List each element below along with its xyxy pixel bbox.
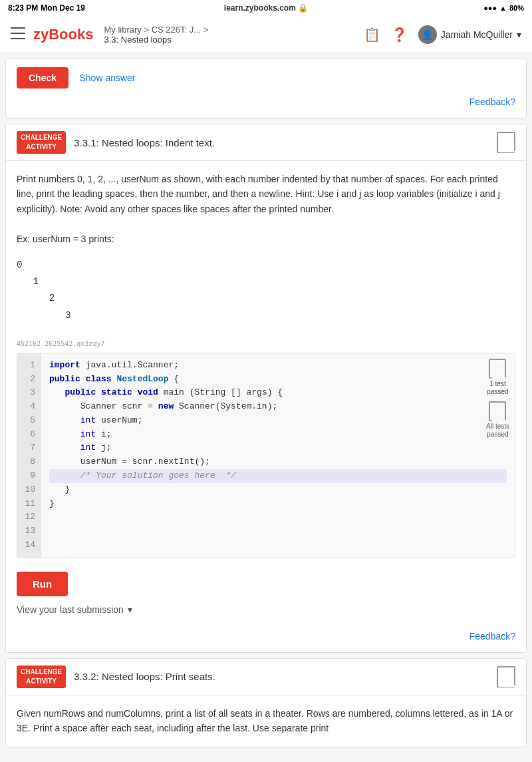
submission-link[interactable]: View your last submission ▾ [6, 604, 526, 623]
challenge1-feedback-area: Feedback? [6, 631, 526, 652]
test-indicators: 1 testpassed All testspassed [486, 359, 509, 439]
zybooks-logo: zyBooks [33, 26, 93, 43]
code-editor-inner: 1 2 3 4 5 6 7 8 9 10 11 12 13 14 import … [17, 353, 515, 558]
breadcrumb-bottom: 3.3: Nested loops [104, 35, 363, 45]
activity-id: 452162.2625542.qx3zqy7 [6, 340, 526, 347]
bookmark-icon-2[interactable] [497, 666, 515, 687]
url-display: learn.zybooks.com 🔒 [224, 3, 308, 13]
book-icon[interactable]: 📋 [364, 27, 380, 43]
user-info[interactable]: 👤 Jamiah McQuiller ▾ [418, 25, 521, 44]
lock-icon: 🔒 [298, 3, 308, 13]
code-line-5: int userNum; [49, 414, 507, 428]
code-line-4: Scanner scnr = new Scanner(System.in); [49, 400, 507, 414]
example-line-3: 3 [49, 307, 515, 324]
code-lines[interactable]: import java.util.Scanner; public class N… [41, 353, 515, 558]
challenge-description-1: Print numbers 0, 1, 2, ..., userNum as s… [17, 172, 515, 246]
chevron-down-icon: ▾ [517, 29, 521, 40]
challenge-card-1: CHALLENGE ACTIVITY 3.3.1: Nested loops: … [5, 124, 527, 653]
code-line-14: } [49, 497, 507, 511]
svg-rect-1 [11, 33, 25, 34]
show-answer-button[interactable]: Show answer [79, 73, 135, 83]
code-line-9: userNum = scnr.nextInt(); [49, 455, 507, 469]
battery-display: 80% [509, 4, 524, 12]
status-bar-right: ●●● ▲ 80% [483, 4, 524, 12]
code-line-11: /* Your solution goes here */ [49, 469, 507, 483]
test-label-1: 1 testpassed [487, 380, 508, 396]
challenge1-feedback-link[interactable]: Feedback? [469, 631, 515, 642]
bookmark-icon-1[interactable] [497, 132, 515, 153]
top-partial-card: Check Show answer Feedback? [5, 59, 527, 118]
breadcrumb: My library > CS 226T: J... > 3.3: Nested… [104, 25, 363, 45]
test-label-2: All testspassed [486, 423, 509, 439]
svg-rect-0 [11, 27, 25, 29]
help-icon[interactable]: ❓ [391, 27, 408, 43]
challenge-badge-1: CHALLENGE ACTIVITY [17, 131, 66, 154]
breadcrumb-top: My library > CS 226T: J... > [104, 25, 363, 35]
code-line-2: public class NestedLoop { [49, 373, 507, 387]
chevron-down-icon-submission: ▾ [128, 604, 132, 615]
status-bar-left: 8:23 PM Mon Dec 19 [8, 3, 85, 13]
test-icon-1 [489, 359, 506, 379]
code-editor-1[interactable]: 1 2 3 4 5 6 7 8 9 10 11 12 13 14 import … [17, 353, 515, 558]
user-name: Jamiah McQuiller [441, 29, 513, 40]
top-card-actions: Check Show answer [17, 67, 515, 89]
challenge-title-2: 3.3.2: Nested loops: Print seats. [74, 671, 497, 682]
challenge-body-1: Print numbers 0, 1, 2, ..., userNum as s… [6, 161, 526, 340]
run-btn-area: Run [6, 566, 526, 604]
line-numbers: 1 2 3 4 5 6 7 8 9 10 11 12 13 14 [17, 353, 41, 558]
day-display: Mon Dec 19 [41, 3, 85, 13]
check-button[interactable]: Check [17, 67, 68, 89]
challenge-header-1: CHALLENGE ACTIVITY 3.3.1: Nested loops: … [6, 124, 526, 161]
main-content: Check Show answer Feedback? CHALLENGE AC… [0, 59, 532, 747]
hamburger-icon[interactable] [11, 27, 25, 42]
challenge-card-2: CHALLENGE ACTIVITY 3.3.2: Nested loops: … [5, 658, 527, 747]
challenge-header-2: CHALLENGE ACTIVITY 3.3.2: Nested loops: … [6, 659, 526, 695]
avatar: 👤 [418, 25, 437, 44]
top-feedback-area: Feedback? [17, 96, 515, 107]
status-bar: 8:23 PM Mon Dec 19 learn.zybooks.com 🔒 ●… [0, 0, 532, 16]
challenge-badge-2: CHALLENGE ACTIVITY [17, 666, 66, 688]
example-line-2: 2 [38, 290, 515, 307]
code-line-13: } [49, 483, 507, 497]
test-icon-2 [489, 401, 506, 421]
code-example: 0 1 2 3 [17, 257, 515, 324]
challenge-title-1: 3.3.1: Nested loops: Indent text. [74, 137, 497, 148]
code-line-1: import java.util.Scanner; [49, 359, 507, 373]
code-line-7: int j; [49, 441, 507, 455]
code-line-3: public static void main (String [] args)… [49, 386, 507, 400]
code-line-6: int i; [49, 428, 507, 442]
wifi-icon: ▲ [499, 4, 507, 12]
time-display: 8:23 PM [8, 3, 38, 13]
test-badge-2: All testspassed [486, 401, 509, 439]
example-line-1: 1 [27, 274, 515, 290]
example-line-0: 0 [17, 257, 515, 274]
top-nav: zyBooks My library > CS 226T: J... > 3.3… [0, 16, 532, 53]
nav-icons: 📋 ❓ 👤 Jamiah McQuiller ▾ [364, 25, 521, 44]
svg-rect-2 [11, 38, 25, 39]
test-badge-1: 1 testpassed [487, 359, 508, 396]
feedback-link[interactable]: Feedback? [469, 96, 515, 107]
challenge-description-2: Given numRows and numColumns, print a li… [6, 695, 526, 747]
signal-icon: ●●● [483, 4, 497, 12]
run-button[interactable]: Run [17, 572, 68, 596]
submission-link-label: View your last submission [17, 604, 124, 615]
logo-text: zyBooks [33, 26, 93, 43]
